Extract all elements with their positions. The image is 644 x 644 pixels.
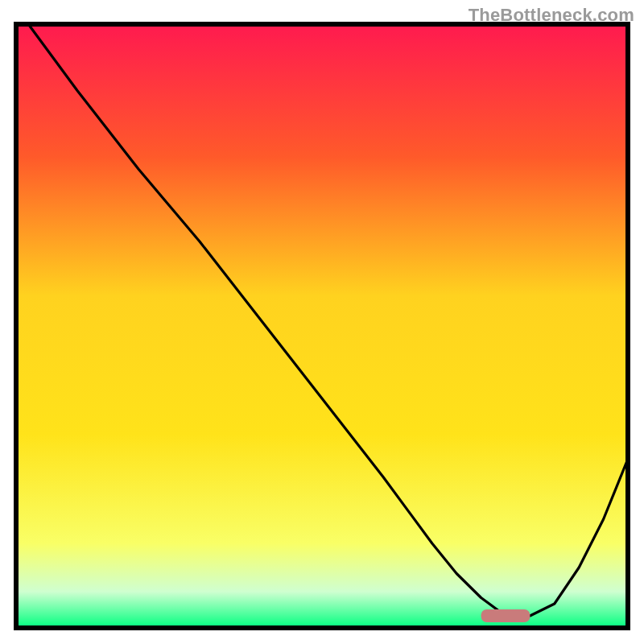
chart-svg — [0, 0, 644, 644]
optimal-marker — [481, 609, 530, 622]
plot-background — [16, 24, 628, 628]
watermark-text: TheBottleneck.com — [469, 5, 634, 26]
chart-container: TheBottleneck.com — [0, 0, 644, 644]
